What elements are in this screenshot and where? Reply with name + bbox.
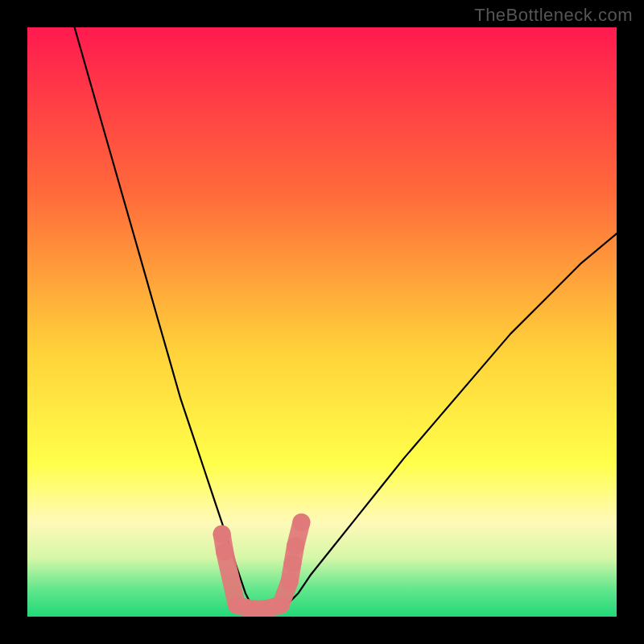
bead-point [287, 537, 304, 555]
bottleneck-chart [27, 27, 617, 617]
chart-frame: TheBottleneck.com [0, 0, 644, 644]
bead-point [292, 514, 310, 531]
bead-point [281, 572, 299, 590]
chart-background [27, 27, 617, 617]
bead-point [216, 543, 233, 561]
bead-point [272, 596, 290, 613]
bead-point [283, 555, 301, 572]
plot-area [27, 27, 617, 617]
bead-point [213, 526, 231, 543]
watermark-label: TheBottleneck.com [474, 5, 633, 26]
